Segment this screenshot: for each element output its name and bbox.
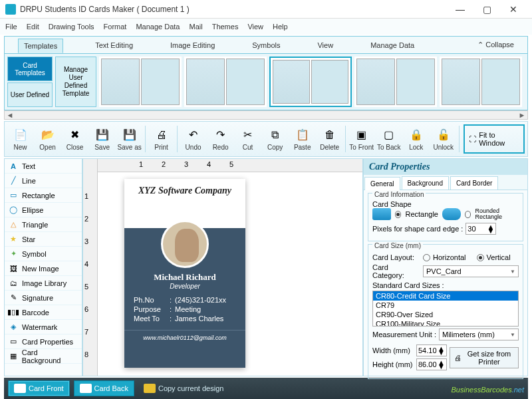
save-as-button[interactable]: 💾Save as <box>116 123 142 155</box>
tool-barcode[interactable]: ▮▯▮Barcode <box>5 305 82 320</box>
tab-card-border[interactable]: Card Border <box>450 176 498 190</box>
list-item[interactable]: CR100-Military Size <box>373 319 518 327</box>
menu-manage-data[interactable]: Manage Data <box>136 23 180 31</box>
properties-title: Card Properties <box>364 159 527 175</box>
cut-icon: ✂ <box>241 128 255 142</box>
ribbon-tab-text-editing[interactable]: Text Editing <box>90 39 138 52</box>
width-spinner[interactable]: 54.10▲▼ <box>416 344 447 356</box>
ribbon-tab-view[interactable]: View <box>312 39 338 52</box>
tool-watermark[interactable]: ◈Watermark <box>5 320 82 334</box>
card-properties-icon: ▭ <box>9 337 18 346</box>
delete-button[interactable]: 🗑Delete <box>317 123 342 155</box>
tool-text[interactable]: AText <box>5 159 82 174</box>
standard-card-sizes-listbox[interactable]: CR80-Credit Card Size CR79 CR90-Over Siz… <box>372 291 519 327</box>
copy-button[interactable]: ⧉Copy <box>262 123 288 155</box>
undo-button[interactable]: ↶Undo <box>180 123 206 155</box>
card-field-purpose[interactable]: Purpose:Meeting <box>124 305 245 314</box>
menu-file[interactable]: File <box>5 23 17 31</box>
to-back-button[interactable]: ▢To Back <box>376 123 402 155</box>
menu-format[interactable]: Format <box>104 23 127 31</box>
ribbon-tab-image-editing[interactable]: Image Editing <box>165 39 220 52</box>
template-thumbnail-selected[interactable] <box>269 57 352 107</box>
list-item[interactable]: CR90-Over Sized <box>373 310 518 319</box>
lock-button[interactable]: 🔒Lock <box>403 123 429 155</box>
menu-view[interactable]: View <box>247 23 263 31</box>
card-information-group: Card Information Card Shape Rectangle Ro… <box>368 193 523 241</box>
ribbon-collapse-button[interactable]: ⌃ Collapse <box>477 41 514 49</box>
card-back-tab[interactable]: Card Back <box>74 380 134 396</box>
measurement-unit-select[interactable]: Milimeters (mm)▼ <box>439 329 519 340</box>
template-thumbnail[interactable] <box>99 57 182 107</box>
menu-help[interactable]: Help <box>273 23 288 31</box>
redo-button[interactable]: ↷Redo <box>207 123 233 155</box>
template-thumbnail[interactable] <box>354 57 437 107</box>
list-item[interactable]: CR79 <box>373 301 518 310</box>
star-icon: ★ <box>9 235 18 244</box>
manage-user-defined-template-button[interactable]: Manage User Defined Template <box>55 57 96 107</box>
user-defined-button[interactable]: User Defined <box>7 82 53 107</box>
card-company-name[interactable]: XYZ Software Company <box>124 186 245 196</box>
unlock-button[interactable]: 🔓Unlock <box>430 123 456 155</box>
tab-general[interactable]: General <box>364 177 400 190</box>
menu-drawing-tools[interactable]: Drawing Tools <box>49 23 94 31</box>
tool-card-background[interactable]: ▦Card Background <box>5 349 82 364</box>
close-button[interactable]: ✖Close <box>62 123 88 155</box>
tool-triangle[interactable]: △Triangle <box>5 217 82 232</box>
menu-edit[interactable]: Edit <box>27 23 39 31</box>
tool-star[interactable]: ★Star <box>5 232 82 247</box>
height-spinner[interactable]: 86.00▲▼ <box>416 358 447 370</box>
cut-button[interactable]: ✂Cut <box>235 123 261 155</box>
tool-card-properties[interactable]: ▭Card Properties <box>5 334 82 349</box>
card-templates-button[interactable]: Card Templates <box>7 57 53 81</box>
template-thumbnail[interactable] <box>184 57 267 107</box>
canvas[interactable]: 1 2 3 4 5 XYZ Software Company Michael R… <box>98 159 362 376</box>
canvas-area: 1 2 3 4 5 6 7 8 1 2 3 4 5 XYZ Software C… <box>82 158 363 376</box>
card-category-select[interactable]: PVC_Card▼ <box>423 265 519 277</box>
pixels-edge-spinner[interactable]: 30▲▼ <box>466 223 496 235</box>
radio-rounded-rectangle[interactable] <box>465 211 471 218</box>
rectangle-preview <box>372 208 391 220</box>
card-field-meet-to[interactable]: Meet To:James Charles <box>124 314 245 323</box>
tab-background[interactable]: Background <box>402 176 449 190</box>
close-window-button[interactable]: ✕ <box>500 1 527 17</box>
maximize-button[interactable]: ▢ <box>473 1 500 17</box>
tool-image-library[interactable]: 🗂Image Library <box>5 276 82 291</box>
radio-horizontal[interactable] <box>423 254 430 261</box>
tool-signature[interactable]: ✎Signature <box>5 291 82 305</box>
card-field-phone[interactable]: Ph.No:(245)321-021xx <box>124 295 245 305</box>
new-button[interactable]: 📄New <box>7 123 33 155</box>
card-role[interactable]: Developer <box>124 283 245 290</box>
save-button[interactable]: 💾Save <box>89 123 115 155</box>
paste-button[interactable]: 📋Paste <box>289 123 315 155</box>
radio-rectangle[interactable] <box>395 211 401 218</box>
tool-symbol[interactable]: ✦Symbol <box>5 247 82 261</box>
id-card-preview[interactable]: XYZ Software Company Michael Richard Dev… <box>124 179 245 368</box>
to-front-button[interactable]: ▣To Front <box>348 123 374 155</box>
fit-to-window-button[interactable]: ⛶Fit to Window <box>464 124 525 154</box>
menu-mail[interactable]: Mail <box>189 23 202 31</box>
card-front-tab[interactable]: Card Front <box>8 380 70 396</box>
radio-vertical[interactable] <box>477 254 484 261</box>
card-person-name[interactable]: Michael Richard <box>124 272 245 283</box>
open-button[interactable]: 📂Open <box>35 123 61 155</box>
minimize-button[interactable]: — <box>447 1 473 17</box>
tool-line[interactable]: ╱Line <box>5 174 82 188</box>
card-photo[interactable] <box>161 220 209 268</box>
print-button[interactable]: 🖨Print <box>148 123 174 155</box>
scroll-left-icon[interactable]: ◄ <box>5 111 15 119</box>
tool-ellipse[interactable]: ◯Ellipse <box>5 203 82 217</box>
get-size-from-printer-button[interactable]: 🖨Get size from Printer <box>450 347 519 368</box>
tool-rectangle[interactable]: ▭Rectangle <box>5 188 82 203</box>
scroll-right-icon[interactable]: ► <box>517 111 527 119</box>
templates-scrollbar[interactable]: ◄ ► <box>4 110 528 120</box>
tool-new-image[interactable]: 🖼New Image <box>5 261 82 276</box>
list-item[interactable]: CR80-Credit Card Size <box>373 291 518 301</box>
ribbon-tab-templates[interactable]: Templates <box>18 39 63 53</box>
copy-current-design-button[interactable]: Copy current design <box>138 380 229 396</box>
ribbon-tab-symbols[interactable]: Symbols <box>247 39 285 52</box>
fit-icon: ⛶ <box>469 135 476 143</box>
ribbon-tab-manage-data[interactable]: Manage Data <box>365 39 420 52</box>
template-thumbnail[interactable] <box>440 57 522 107</box>
menu-themes[interactable]: Themes <box>212 23 239 31</box>
card-email[interactable]: www.michaelr0112@gmail.com <box>124 330 245 341</box>
